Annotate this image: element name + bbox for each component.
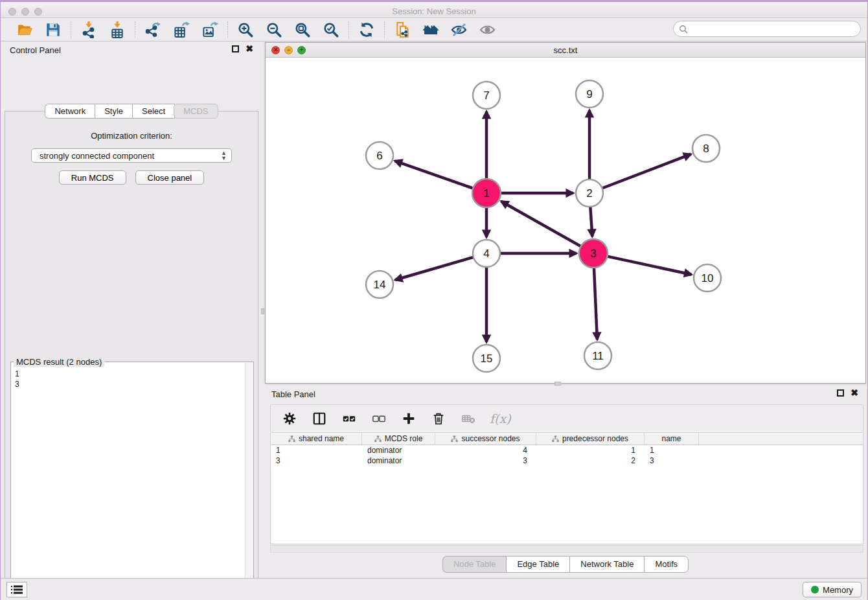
unchecked-boxes-icon bbox=[372, 411, 386, 426]
export-image-button[interactable] bbox=[201, 21, 219, 39]
export-table-button[interactable] bbox=[172, 21, 190, 39]
save-session-button[interactable] bbox=[44, 21, 62, 39]
edge-3-11[interactable] bbox=[594, 268, 597, 340]
tree-icon bbox=[288, 435, 295, 443]
export-network-icon bbox=[144, 21, 161, 38]
window-titlebar: Session: New Session bbox=[1, 0, 867, 18]
table-cell[interactable]: 2 bbox=[536, 456, 645, 466]
search-input[interactable] bbox=[688, 25, 860, 34]
table-cell[interactable]: 1 bbox=[271, 445, 362, 456]
zoom-in-button[interactable] bbox=[236, 21, 255, 39]
column-label: shared name bbox=[299, 434, 344, 443]
table-row[interactable]: 3dominator323 bbox=[271, 456, 863, 466]
table-cell[interactable]: dominator bbox=[362, 456, 435, 466]
open-session-button[interactable] bbox=[16, 21, 34, 39]
mcds-result-item[interactable]: 3 bbox=[15, 379, 244, 389]
float-panel-icon[interactable] bbox=[232, 45, 239, 52]
zoom-fit-button[interactable] bbox=[293, 21, 312, 39]
table-cell[interactable]: 3 bbox=[271, 456, 362, 466]
tab-node-table[interactable]: Node Table bbox=[442, 556, 507, 573]
clone-network-icon bbox=[394, 21, 411, 38]
search-field[interactable] bbox=[673, 21, 861, 37]
tab-motifs[interactable]: Motifs bbox=[644, 556, 689, 573]
network-window-titlebar[interactable]: ✕ − + scc.txt bbox=[266, 43, 865, 58]
table-cell[interactable]: 3 bbox=[645, 456, 699, 466]
vertical-splitter[interactable] bbox=[261, 41, 264, 384]
clone-network-button[interactable] bbox=[393, 21, 411, 39]
checked-boxes-icon bbox=[342, 411, 356, 426]
edge-4-14[interactable] bbox=[395, 257, 474, 280]
save-session-icon bbox=[45, 21, 62, 38]
table-cell[interactable]: 1 bbox=[645, 445, 699, 456]
zoom-out-button[interactable] bbox=[265, 21, 283, 39]
table-settings-button[interactable] bbox=[281, 410, 298, 427]
import-table-icon bbox=[109, 21, 126, 38]
mcds-result-item[interactable]: 1 bbox=[15, 369, 244, 379]
edge-3-1[interactable] bbox=[501, 202, 581, 246]
column-header-successor-nodes[interactable]: successor nodes bbox=[435, 433, 536, 444]
edge-3-10[interactable] bbox=[608, 257, 692, 275]
delete-column-button[interactable] bbox=[430, 410, 447, 427]
node-label-4: 4 bbox=[483, 248, 489, 260]
columns-icon bbox=[312, 411, 326, 426]
table-cell[interactable]: 3 bbox=[435, 456, 536, 466]
close-table-panel-icon[interactable]: ✖ bbox=[851, 389, 858, 397]
result-scrollbar[interactable] bbox=[245, 363, 253, 600]
homes-button[interactable] bbox=[422, 21, 440, 39]
tab-edge-table[interactable]: Edge Table bbox=[506, 556, 569, 573]
column-label: MCDS role bbox=[385, 434, 423, 443]
zoom-selected-button[interactable] bbox=[322, 21, 340, 39]
import-network-button[interactable] bbox=[80, 21, 98, 39]
table-row[interactable]: 1dominator411 bbox=[271, 445, 863, 456]
memory-button[interactable]: Memory bbox=[803, 582, 862, 597]
node-table: shared nameMCDS rolesuccessor nodesprede… bbox=[270, 433, 863, 544]
create-column-button[interactable] bbox=[400, 410, 417, 427]
column-header-name[interactable]: name bbox=[645, 433, 699, 444]
delete-table-button[interactable] bbox=[460, 410, 477, 427]
optimization-dropdown-value: strongly connected component bbox=[40, 151, 154, 161]
show-details-button[interactable] bbox=[479, 21, 497, 39]
tab-select[interactable]: Select bbox=[132, 104, 175, 119]
close-panel-icon[interactable]: ✖ bbox=[246, 45, 253, 52]
node-label-1: 1 bbox=[483, 187, 489, 200]
control-panel-title: Control Panel bbox=[10, 45, 61, 55]
tab-network[interactable]: Network bbox=[45, 104, 95, 119]
node-label-7: 7 bbox=[483, 89, 489, 102]
table-cell[interactable]: dominator bbox=[362, 445, 435, 456]
tab-mcds[interactable]: MCDS bbox=[174, 104, 218, 119]
list-icon bbox=[11, 585, 23, 594]
network-canvas[interactable]: 1234678910111415 bbox=[266, 58, 865, 383]
column-header-MCDS-role[interactable]: MCDS role bbox=[362, 433, 435, 444]
tab-style[interactable]: Style bbox=[95, 104, 132, 119]
status-bar: Memory bbox=[1, 578, 867, 600]
memory-status-icon bbox=[811, 586, 819, 594]
network-window: ✕ − + scc.txt 1234678910111415 bbox=[265, 42, 866, 384]
apply-layout-button[interactable] bbox=[358, 21, 376, 39]
column-header-shared-name[interactable]: shared name bbox=[271, 433, 362, 444]
edge-2-3[interactable] bbox=[590, 207, 592, 237]
import-table-button[interactable] bbox=[108, 21, 126, 39]
show-columns-button[interactable] bbox=[311, 410, 328, 427]
task-history-button[interactable] bbox=[6, 582, 27, 597]
hide-details-button[interactable] bbox=[450, 21, 468, 39]
column-header-predecessor-nodes[interactable]: predecessor nodes bbox=[536, 433, 645, 444]
edge-1-6[interactable] bbox=[395, 161, 474, 188]
unselect-all-columns-button[interactable] bbox=[371, 410, 387, 427]
table-cell[interactable]: 1 bbox=[536, 445, 645, 456]
function-builder-button[interactable]: f(x) bbox=[490, 410, 511, 427]
table-cell[interactable]: 4 bbox=[435, 445, 536, 456]
optimization-dropdown[interactable]: strongly connected component ▲▼ bbox=[31, 148, 232, 163]
node-label-9: 9 bbox=[586, 88, 592, 100]
tab-network-table[interactable]: Network Table bbox=[569, 556, 644, 573]
main-toolbar bbox=[1, 18, 867, 41]
dropdown-stepper-icon: ▲▼ bbox=[221, 150, 227, 161]
float-table-panel-icon[interactable] bbox=[837, 389, 844, 397]
control-panel: Control Panel ✖ NetworkStyleSelectMCDS O… bbox=[1, 41, 262, 578]
export-network-button[interactable] bbox=[144, 21, 162, 39]
node-label-11: 11 bbox=[592, 350, 604, 362]
select-all-columns-button[interactable] bbox=[341, 410, 358, 427]
column-label: name bbox=[661, 434, 681, 443]
run-mcds-button[interactable]: Run MCDS bbox=[59, 170, 126, 185]
close-panel-button[interactable]: Close panel bbox=[135, 170, 205, 185]
edge-2-8[interactable] bbox=[602, 154, 691, 189]
